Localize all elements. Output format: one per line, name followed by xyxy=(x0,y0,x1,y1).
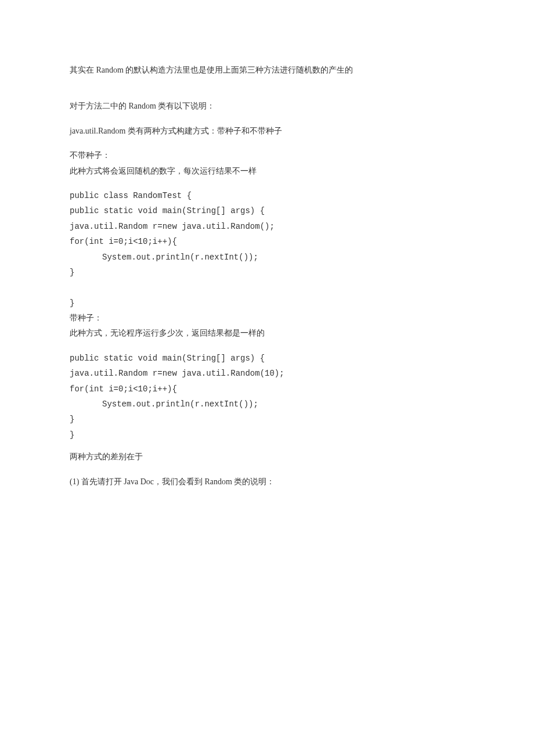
code-line: System.out.println(r.nextInt()); xyxy=(70,398,464,411)
paragraph: 此种方式，无论程序运行多少次，返回结果都是一样的 xyxy=(70,327,464,340)
code-line: } xyxy=(70,429,464,441)
paragraph: (1) 首先请打开 Java Doc，我们会看到 Random 类的说明： xyxy=(70,476,464,488)
paragraph: 其实在 Random 的默认构造方法里也是使用上面第三种方法进行随机数的产生的 xyxy=(70,64,464,77)
code-line: public class RandomTest { xyxy=(70,189,464,202)
code-line: java.util.Random r=new java.util.Random(… xyxy=(70,220,464,233)
paragraph: 两种方式的差别在于 xyxy=(70,451,464,463)
paragraph: 对于方法二中的 Random 类有以下说明： xyxy=(70,100,464,113)
code-line: } xyxy=(70,413,464,426)
paragraph: 带种子： xyxy=(70,312,464,325)
code-line: public static void main(String[] args) { xyxy=(70,352,464,365)
code-line: java.util.Random r=new java.util.Random(… xyxy=(70,367,464,380)
code-line: } xyxy=(70,266,464,279)
code-line: for(int i=0;i<10;i++){ xyxy=(70,383,464,395)
paragraph: 不带种子： xyxy=(70,149,464,162)
code-line: } xyxy=(70,297,464,309)
code-line: System.out.println(r.nextInt()); xyxy=(70,251,464,264)
paragraph: java.util.Random 类有两种方式构建方式：带种子和不带种子 xyxy=(70,125,464,138)
paragraph: 此种方式将会返回随机的数字，每次运行结果不一样 xyxy=(70,165,464,178)
code-line: for(int i=0;i<10;i++){ xyxy=(70,235,464,248)
code-line: public static void main(String[] args) { xyxy=(70,204,464,217)
document-page: 其实在 Random 的默认构造方法里也是使用上面第三种方法进行随机数的产生的 … xyxy=(0,0,534,535)
